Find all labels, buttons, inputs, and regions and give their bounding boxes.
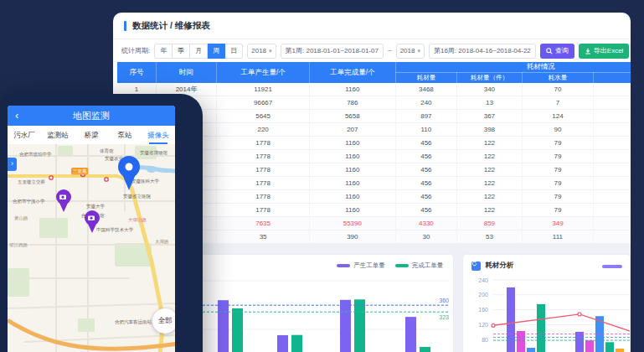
query-button[interactable]: 查询 bbox=[540, 44, 574, 59]
table-cell: 5645 bbox=[217, 110, 310, 123]
table-cell: 11921 bbox=[217, 83, 310, 96]
table-cell: 90 bbox=[522, 123, 594, 137]
period-option[interactable]: 日 bbox=[225, 44, 243, 59]
table-cell: 456 bbox=[395, 177, 456, 190]
table-cell: 122 bbox=[457, 177, 523, 190]
table-cell: 122 bbox=[457, 137, 523, 150]
column-header[interactable]: 工单完成量/个 bbox=[309, 62, 395, 83]
camera-pin-icon[interactable] bbox=[54, 189, 73, 214]
table-cell: 122 bbox=[457, 190, 523, 204]
map-label: 大华山路 bbox=[128, 216, 147, 223]
map-expand-button[interactable]: › bbox=[8, 158, 17, 171]
map-label: 合肥汽车客运南站 bbox=[115, 318, 152, 325]
table-cell: 1160 bbox=[309, 137, 395, 150]
sub-column-header[interactable]: 耗材量 bbox=[395, 73, 456, 84]
map-label: 黄山路 bbox=[14, 215, 28, 221]
table-cell: 124 bbox=[522, 110, 594, 123]
table-cell: 340 bbox=[457, 83, 523, 96]
map-label: 中国科学技术大学 bbox=[96, 226, 133, 233]
legend-item[interactable]: 完成工单量 bbox=[395, 261, 444, 270]
svg-text:323: 323 bbox=[439, 314, 449, 320]
table-cell: 79 bbox=[522, 150, 594, 163]
period-option[interactable]: 季 bbox=[173, 44, 190, 59]
svg-text:160: 160 bbox=[479, 307, 489, 313]
table-cell: 5658 bbox=[309, 110, 395, 123]
breadcrumb: 数据统计 / 维修报表 bbox=[113, 13, 631, 39]
chevron-down-icon: ▾ bbox=[269, 48, 272, 54]
table-cell: 650 bbox=[594, 96, 631, 110]
table-cell: 240 bbox=[395, 96, 456, 110]
svg-text:120: 120 bbox=[479, 322, 489, 328]
phone-tab[interactable]: 桥梁 bbox=[75, 126, 108, 144]
table-cell: 79 bbox=[522, 190, 594, 204]
table-cell: 456 bbox=[395, 137, 456, 150]
phone-tab[interactable]: 污水厂 bbox=[8, 126, 41, 144]
table-cell: 1778 bbox=[217, 190, 310, 204]
column-header[interactable]: 工单产生量/个 bbox=[217, 62, 310, 83]
chart-legend: 产生工单量完成工单量 bbox=[337, 261, 443, 270]
table-cell: 67 bbox=[594, 177, 631, 190]
table-cell: 122 bbox=[457, 163, 523, 177]
table-cell: 79 bbox=[522, 204, 594, 217]
map-label: 望江西路 bbox=[9, 241, 28, 248]
sub-column-header[interactable]: 耗电量 bbox=[594, 73, 631, 84]
chevron-down-icon: ▾ bbox=[417, 48, 420, 54]
chart-title-row: 耗材分析 bbox=[471, 261, 513, 271]
table-cell: 897 bbox=[395, 110, 456, 123]
table-cell: 1160 bbox=[309, 177, 395, 190]
table-cell: 19 bbox=[594, 123, 631, 137]
map-label: 安徽省博物馆 bbox=[140, 149, 167, 156]
export-excel-button[interactable]: 导出Excel bbox=[579, 44, 630, 59]
map-label: 三里庵 bbox=[71, 168, 88, 174]
table-cell: 1778 bbox=[217, 137, 310, 150]
period-label: 统计周期: bbox=[121, 46, 150, 55]
group-column-header: 耗材情况 bbox=[395, 62, 631, 73]
phone-page-title: 地图监测 bbox=[73, 110, 110, 122]
end-year-select[interactable]: 2018 ▾ bbox=[396, 44, 425, 59]
table-cell: 1778 bbox=[217, 177, 310, 190]
table-row[interactable]: 12014年119211160346834070250 bbox=[117, 83, 631, 96]
table-cell: 398 bbox=[457, 123, 523, 137]
table-cell: 79 bbox=[522, 177, 594, 190]
column-header[interactable]: 序号 bbox=[117, 62, 156, 83]
phone-tab[interactable]: 泵站 bbox=[108, 126, 142, 144]
sub-column-header[interactable]: 耗材量（件） bbox=[457, 73, 523, 84]
table-cell: 110 bbox=[395, 123, 456, 137]
table-cell: 1778 bbox=[217, 204, 310, 217]
map-view[interactable]: 合肥市琥珀中学体育馆安徽农业大学安徽省博物馆三里庵五里墩立交桥安徽医科大学安徽省… bbox=[8, 144, 175, 352]
start-year-select[interactable]: 2018 ▾ bbox=[247, 44, 276, 59]
breadcrumb-text: 数据统计 / 维修报表 bbox=[132, 20, 210, 32]
start-week-input[interactable]: 第1周: 2018-01-01~2018-01-07 bbox=[281, 44, 384, 59]
phone-tab[interactable]: 监测站 bbox=[41, 126, 75, 144]
table-cell: 1160 bbox=[309, 150, 395, 163]
table-cell: 129 bbox=[594, 110, 631, 123]
table-cell: 67 bbox=[594, 204, 631, 217]
back-icon[interactable]: ‹ bbox=[15, 108, 18, 122]
table-cell: 220 bbox=[217, 123, 310, 137]
chart-title: 耗材分析 bbox=[485, 261, 513, 271]
period-option[interactable]: 年 bbox=[154, 44, 173, 59]
end-week-input[interactable]: 第16周: 2018-04-16~2018-04-22 bbox=[429, 44, 536, 59]
sub-column-header[interactable]: 耗水量 bbox=[522, 73, 594, 84]
map-label: 合肥市琥珀中学 bbox=[19, 151, 52, 158]
camera-pin-icon[interactable] bbox=[83, 210, 101, 235]
table-cell: 122 bbox=[457, 204, 523, 217]
legend-item[interactable]: 产生工单量 bbox=[337, 261, 385, 270]
phone-tab[interactable]: 摄像头 bbox=[142, 126, 175, 144]
table-cell: 96667 bbox=[217, 96, 310, 110]
table-cell: 250 bbox=[594, 83, 631, 96]
period-option[interactable]: 周 bbox=[208, 44, 225, 59]
svg-text:240: 240 bbox=[479, 277, 489, 283]
table-cell: 79 bbox=[522, 163, 594, 177]
column-header[interactable]: 时间 bbox=[156, 62, 216, 83]
page-background: 数据统计 / 维修报表 统计周期: 年季月周日 2018 ▾ 第1周: 2018… bbox=[0, 0, 644, 352]
map-label: 安徽省立医院 bbox=[123, 193, 151, 199]
table-cell: 1778 bbox=[217, 150, 310, 163]
period-option[interactable]: 月 bbox=[190, 44, 208, 59]
table-cell: 67 bbox=[594, 190, 631, 204]
svg-text:360: 360 bbox=[439, 298, 449, 303]
phone-app-header: ‹ 地图监测 bbox=[8, 106, 175, 126]
selected-location-pin-icon[interactable] bbox=[115, 154, 143, 191]
show-all-button[interactable]: 全部 bbox=[152, 308, 175, 334]
refresh-icon bbox=[471, 261, 481, 271]
